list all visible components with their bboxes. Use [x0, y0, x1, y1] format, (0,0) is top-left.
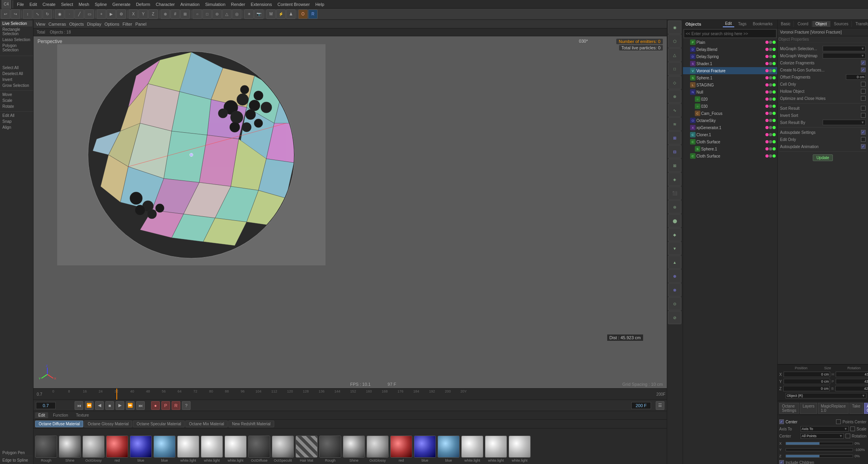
octane-settings-tab[interactable]: Octane Settings: [779, 403, 799, 414]
polygon-mode-icon[interactable]: ▭: [84, 9, 94, 19]
edge-to-spline-tool[interactable]: Edge to Spline: [1, 457, 32, 463]
polygon-selection-tool[interactable]: Polygon Selection: [1, 43, 32, 53]
move-tool-icon[interactable]: ↕: [23, 9, 32, 19]
mograph-icon[interactable]: M: [266, 9, 276, 19]
col-icon-4[interactable]: □: [668, 62, 681, 75]
col-icon-10[interactable]: ⊟: [668, 145, 681, 158]
material-tab-edit[interactable]: Function: [50, 412, 71, 418]
record-rot-btn[interactable]: R: [172, 401, 180, 410]
center-checkbox[interactable]: ✓: [779, 419, 784, 424]
center-dropdown[interactable]: All Points ▼: [801, 433, 844, 439]
material-thumb[interactable]: Rough: [319, 436, 341, 462]
coord-type-dropdown[interactable]: Object (R)▼: [786, 393, 866, 398]
autoupdate-anim-checkbox[interactable]: ✓: [861, 144, 866, 149]
timeline-playhead[interactable]: [116, 389, 117, 400]
invert-sel-tool[interactable]: Invert: [1, 77, 32, 83]
object-item[interactable]: LSTAGING: [683, 81, 777, 88]
keyframe-all-btn[interactable]: ?: [182, 401, 191, 410]
material-thumb[interactable]: white.light: [461, 436, 483, 462]
size-x-input[interactable]: [836, 372, 868, 377]
col-icon-5[interactable]: ◇: [668, 76, 681, 89]
go-to-prev-marker-btn[interactable]: ⏪: [85, 401, 94, 410]
object-item[interactable]: PPlain: [683, 39, 777, 46]
obj-tab-edit[interactable]: Edit: [723, 21, 734, 27]
menu-character[interactable]: Character: [153, 1, 177, 8]
grow-sel-tool[interactable]: Grow Selection: [1, 83, 32, 88]
layers-tab[interactable]: Layers: [800, 403, 817, 414]
material-thumb[interactable]: white.light: [509, 436, 531, 462]
timeline-ruler[interactable]: 0 8 16 24 32 40 48 56 64 72 80 88 96 104…: [45, 389, 655, 400]
mat-type-diffuse[interactable]: Octane Diffuse Material: [35, 421, 83, 427]
menu-content-browser[interactable]: Content Browser: [275, 1, 312, 8]
menu-create[interactable]: Create: [40, 1, 58, 8]
sort-checkbox[interactable]: [861, 106, 866, 111]
yref-icon[interactable]: Y: [138, 9, 148, 19]
mat-type-mix[interactable]: Octane Mix Material: [185, 421, 228, 427]
material-thumb[interactable]: blue: [130, 436, 152, 462]
object-item[interactable]: SSphere.1: [683, 145, 777, 152]
col-icon-22[interactable]: ⊘: [668, 311, 681, 324]
pos-z-input[interactable]: [783, 386, 830, 391]
obj-tab-bookmarks[interactable]: Bookmarks: [750, 21, 775, 27]
update-button[interactable]: Update: [813, 154, 832, 161]
object-item[interactable]: ○020: [683, 96, 777, 103]
pos-x-input[interactable]: [784, 372, 830, 377]
grid-icon[interactable]: #: [170, 9, 180, 19]
dynamics-icon[interactable]: ⚡: [276, 9, 286, 19]
polygon-pen-tool[interactable]: Polygon Pen: [1, 450, 32, 456]
object-item[interactable]: DDelay.Spring: [683, 53, 777, 60]
select-all-tool[interactable]: Select All: [1, 65, 32, 71]
col-icon-16[interactable]: ◆: [668, 228, 681, 241]
material-thumb[interactable]: red: [390, 436, 412, 462]
obj-tab-tags[interactable]: Tags: [736, 21, 749, 27]
sort-by-dropdown[interactable]: ▼: [823, 120, 866, 125]
go-to-start-btn[interactable]: ⏮: [75, 401, 83, 410]
material-thumb[interactable]: OctSpeculit: [272, 436, 294, 462]
col-icon-8[interactable]: ≋: [668, 117, 681, 131]
autoupdate-checkbox[interactable]: ✓: [861, 130, 866, 135]
ngon-checkbox[interactable]: ✓: [861, 68, 866, 72]
rotation-checkbox[interactable]: [846, 434, 850, 438]
menu-render[interactable]: Render: [228, 1, 247, 8]
menu-edit[interactable]: Edit: [27, 1, 39, 8]
material-thumb[interactable]: Shine: [59, 436, 81, 462]
stop-btn[interactable]: ■: [105, 401, 114, 410]
points-center-checkbox[interactable]: [836, 419, 841, 424]
col-icon-12[interactable]: ◈: [668, 173, 681, 186]
rotate-tool[interactable]: Rotate: [1, 103, 32, 109]
col-icon-17[interactable]: ▼: [668, 242, 681, 255]
attr-tab-transform[interactable]: Transform: [852, 21, 868, 27]
sphere-primitive-icon[interactable]: ○: [193, 9, 202, 19]
object-item[interactable]: DDelay.Blend: [683, 46, 777, 53]
rectangle-selection-tool[interactable]: Rectangle Selection: [1, 26, 32, 37]
cylinder-icon[interactable]: ⊖: [212, 9, 222, 19]
material-thumb[interactable]: white.light: [177, 436, 199, 462]
col-icon-2[interactable]: ⬡: [668, 34, 681, 48]
timeline-options-btn[interactable]: ☰: [656, 401, 664, 410]
material-thumb[interactable]: OctDiffuse: [248, 436, 270, 462]
view-menu[interactable]: View: [36, 22, 45, 26]
object-item[interactable]: CCam_Focus: [683, 110, 777, 117]
render-icon[interactable]: ▶: [107, 9, 116, 19]
scale-tool-icon[interactable]: ⤡: [33, 9, 42, 19]
material-thumb[interactable]: white.light: [485, 436, 507, 462]
scale-checkbox[interactable]: [850, 426, 855, 431]
menu-deform[interactable]: Deform: [134, 1, 153, 8]
play-reverse-btn[interactable]: ◀: [95, 401, 104, 410]
object-item[interactable]: CCloner.1: [683, 131, 777, 138]
mat-type-redshift[interactable]: New Redshift Material: [228, 421, 274, 427]
point-mode-icon[interactable]: ·: [65, 9, 74, 19]
undo-icon[interactable]: ↩: [1, 9, 10, 19]
filter-menu[interactable]: Filter: [123, 22, 132, 26]
axis-to-dropdown[interactable]: Axis To ▼: [801, 426, 849, 432]
menu-select[interactable]: Select: [59, 1, 76, 8]
menu-animation[interactable]: Animation: [178, 1, 202, 8]
torus-icon[interactable]: ◎: [232, 9, 241, 19]
snap-tool[interactable]: Snap: [1, 118, 32, 124]
col-icon-13[interactable]: ⬛: [668, 186, 681, 200]
object-item[interactable]: NNull: [683, 88, 777, 96]
edit-only-checkbox[interactable]: [861, 137, 866, 142]
object-item[interactable]: CCloth Surface: [683, 152, 777, 160]
slider-y[interactable]: [786, 448, 853, 451]
cameras-menu[interactable]: Cameras: [49, 22, 66, 26]
